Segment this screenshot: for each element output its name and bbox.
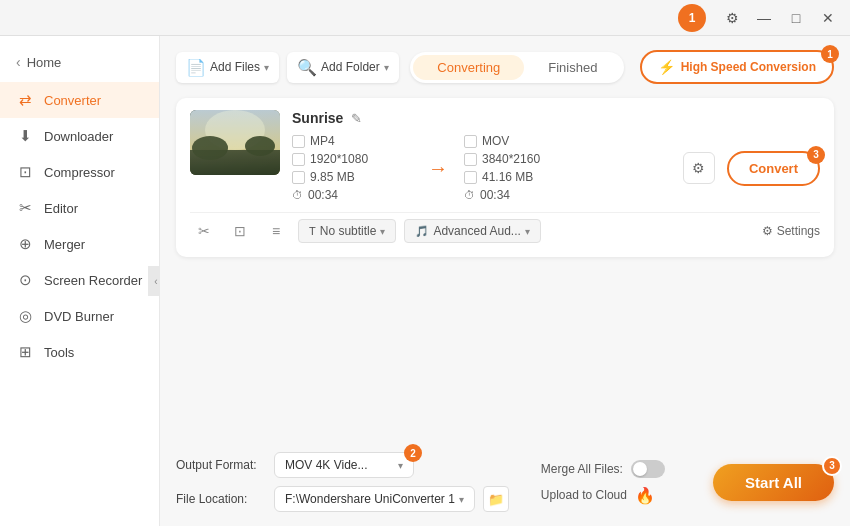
sidebar-item-compressor[interactable]: ⊡ Compressor — [0, 154, 159, 190]
file-dest: MOV 3840*2160 41.16 MB ⏱ — [464, 134, 584, 202]
dest-format-check — [464, 135, 477, 148]
sidebar-item-tools[interactable]: ⊞ Tools — [0, 334, 159, 370]
edit-icon[interactable]: ✎ — [351, 111, 362, 126]
dest-duration: 00:34 — [480, 188, 510, 202]
settings-icon-btn[interactable]: ⚙ — [718, 4, 746, 32]
convert-button[interactable]: Convert — [727, 151, 820, 186]
dest-size-item: 41.16 MB — [464, 170, 584, 184]
user-avatar[interactable]: 1 — [678, 4, 706, 32]
content-area: 📄 Add Files ▾ 🔍 Add Folder ▾ Converting … — [160, 36, 850, 526]
crop-icon: ⊡ — [234, 223, 246, 239]
file-card-top: Sunrise ✎ MP4 1920*1080 — [190, 110, 820, 202]
title-bar-controls: 1 ⚙ — □ ✕ — [678, 4, 842, 32]
file-source: MP4 1920*1080 9.85 MB ⏱ — [292, 134, 412, 202]
high-speed-badge: 1 — [821, 45, 839, 63]
dest-size-check — [464, 171, 477, 184]
cloud-icon[interactable]: 🔥 — [635, 486, 655, 505]
file-card-bottom: ✂ ⊡ ≡ T No subtitle ▾ 🎵 Advanced Aud... … — [190, 212, 820, 245]
file-settings-button[interactable]: ⚙ — [683, 152, 715, 184]
svg-point-3 — [192, 136, 228, 160]
dest-resolution-item: 3840*2160 — [464, 152, 584, 166]
lightning-icon: ⚡ — [658, 59, 675, 75]
high-speed-label: High Speed Conversion — [681, 60, 816, 74]
merge-row: Merge All Files: — [541, 460, 665, 478]
add-files-button[interactable]: 📄 Add Files ▾ — [176, 52, 279, 83]
file-location-select[interactable]: F:\Wondershare UniConverter 1 ▾ — [274, 486, 475, 512]
dvd-burner-icon: ◎ — [16, 307, 34, 325]
audio-chevron: ▾ — [525, 226, 530, 237]
sidebar-label-downloader: Downloader — [44, 129, 113, 144]
minimize-button[interactable]: — — [750, 4, 778, 32]
add-folder-chevron: ▾ — [384, 62, 389, 73]
home-label: Home — [27, 55, 62, 70]
svg-point-1 — [205, 110, 265, 150]
bottom-left: Output Format: MOV 4K Vide... ▾ 2 File L… — [176, 452, 509, 512]
svg-rect-0 — [190, 110, 280, 175]
close-button[interactable]: ✕ — [814, 4, 842, 32]
file-info: Sunrise ✎ MP4 1920*1080 — [292, 110, 820, 202]
source-resolution-check — [292, 153, 305, 166]
subtitle-select[interactable]: T No subtitle ▾ — [298, 219, 396, 243]
audio-label: Advanced Aud... — [433, 224, 520, 238]
folder-icon: 📁 — [488, 492, 504, 507]
add-folder-button[interactable]: 🔍 Add Folder ▾ — [287, 52, 399, 83]
merge-label: Merge All Files: — [541, 462, 623, 476]
sidebar-home[interactable]: ‹ Home — [0, 46, 159, 78]
source-size-check — [292, 171, 305, 184]
start-all-button[interactable]: Start All — [713, 464, 834, 501]
settings-label-icon: ⚙ — [762, 224, 773, 238]
output-format-chevron: ▾ — [398, 460, 403, 471]
tab-finished[interactable]: Finished — [524, 55, 621, 80]
sidebar-item-converter[interactable]: ⇄ Converter — [0, 82, 159, 118]
sidebar: ‹ Home ⇄ Converter ⬇ Downloader ⊡ Compre… — [0, 36, 160, 526]
sidebar-item-merger[interactable]: ⊕ Merger — [0, 226, 159, 262]
file-card: Sunrise ✎ MP4 1920*1080 — [176, 98, 834, 257]
dest-clock-icon: ⏱ — [464, 189, 475, 201]
app-body: ‹ Home ⇄ Converter ⬇ Downloader ⊡ Compre… — [0, 36, 850, 526]
source-resolution-item: 1920*1080 — [292, 152, 412, 166]
bottom-bar: Output Format: MOV 4K Vide... ▾ 2 File L… — [176, 440, 834, 512]
downloader-icon: ⬇ — [16, 127, 34, 145]
file-name-row: Sunrise ✎ — [292, 110, 820, 126]
sidebar-item-dvd-burner[interactable]: ◎ DVD Burner — [0, 298, 159, 334]
file-location-chevron: ▾ — [459, 494, 464, 505]
list-button[interactable]: ≡ — [262, 217, 290, 245]
toolbar-left: 📄 Add Files ▾ 🔍 Add Folder ▾ — [176, 52, 399, 83]
file-location-value: F:\Wondershare UniConverter 1 — [285, 492, 455, 506]
dest-format: MOV — [482, 134, 509, 148]
dest-duration-item: ⏱ 00:34 — [464, 188, 584, 202]
output-format-select[interactable]: MOV 4K Vide... ▾ — [274, 452, 414, 478]
tab-converting[interactable]: Converting — [413, 55, 524, 80]
sidebar-item-editor[interactable]: ✂ Editor — [0, 190, 159, 226]
crop-button[interactable]: ⊡ — [226, 217, 254, 245]
add-folder-label: Add Folder — [321, 60, 380, 74]
sidebar-label-screen-recorder: Screen Recorder — [44, 273, 142, 288]
dest-resolution-check — [464, 153, 477, 166]
maximize-button[interactable]: □ — [782, 4, 810, 32]
add-file-icon: 📄 — [186, 58, 206, 77]
cut-button[interactable]: ✂ — [190, 217, 218, 245]
output-format-badge: 2 — [404, 444, 422, 462]
high-speed-conversion-button[interactable]: ⚡ High Speed Conversion — [640, 50, 834, 84]
settings-label-button[interactable]: ⚙ Settings — [762, 224, 820, 238]
add-folder-icon: 🔍 — [297, 58, 317, 77]
file-thumbnail — [190, 110, 280, 175]
sidebar-label-compressor: Compressor — [44, 165, 115, 180]
audio-select[interactable]: 🎵 Advanced Aud... ▾ — [404, 219, 540, 243]
source-size-item: 9.85 MB — [292, 170, 412, 184]
start-all-container: Start All 3 — [697, 464, 834, 501]
editor-icon: ✂ — [16, 199, 34, 217]
sidebar-item-screen-recorder[interactable]: ⊙ Screen Recorder — [0, 262, 159, 298]
subtitle-icon: T — [309, 225, 316, 237]
browse-folder-button[interactable]: 📁 — [483, 486, 509, 512]
subtitle-chevron: ▾ — [380, 226, 385, 237]
sidebar-label-converter: Converter — [44, 93, 101, 108]
dest-format-item: MOV — [464, 134, 584, 148]
svg-point-4 — [245, 136, 275, 156]
svg-rect-2 — [190, 150, 280, 175]
sidebar-item-downloader[interactable]: ⬇ Downloader — [0, 118, 159, 154]
source-duration: 00:34 — [308, 188, 338, 202]
file-location-label: File Location: — [176, 492, 266, 506]
merge-toggle[interactable] — [631, 460, 665, 478]
sidebar-label-dvd-burner: DVD Burner — [44, 309, 114, 324]
